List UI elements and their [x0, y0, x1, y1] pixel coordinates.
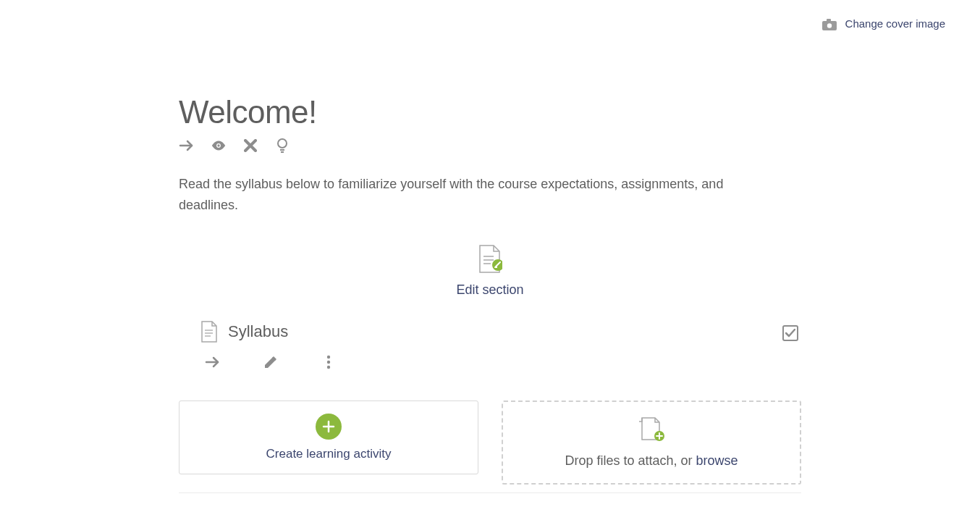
section-toolbar	[179, 138, 801, 154]
activity-title-row[interactable]: Syllabus	[200, 321, 801, 343]
svg-point-21	[327, 365, 330, 368]
activity-item: Syllabus	[179, 321, 801, 370]
lightbulb-icon[interactable]	[274, 138, 290, 154]
file-upload-icon	[638, 416, 665, 445]
browse-link[interactable]: browse	[696, 453, 738, 468]
svg-point-5	[217, 144, 219, 146]
edit-section-button[interactable]: Edit section	[179, 245, 801, 298]
document-edit-icon	[478, 245, 502, 277]
arrow-right-icon[interactable]	[205, 354, 221, 370]
file-drop-zone[interactable]: Drop files to attach, or browse	[502, 401, 801, 485]
svg-point-20	[327, 360, 330, 363]
svg-point-19	[327, 355, 330, 358]
camera-icon	[822, 19, 835, 29]
plus-circle-icon	[316, 414, 342, 440]
divider	[179, 492, 801, 493]
arrow-right-icon[interactable]	[179, 138, 195, 154]
action-cards-row: Create learning activity Drop files to a…	[179, 401, 801, 485]
file-drop-label: Drop files to attach, or browse	[565, 453, 738, 469]
section-description: Read the syllabus below to familiarize y…	[179, 174, 751, 216]
document-icon	[200, 321, 218, 343]
create-activity-card[interactable]: Create learning activity	[179, 401, 478, 474]
create-activity-label: Create learning activity	[266, 447, 392, 461]
page-title: Welcome!	[179, 94, 801, 130]
eye-icon[interactable]	[211, 138, 227, 154]
svg-point-8	[278, 139, 287, 148]
close-x-icon[interactable]	[242, 138, 258, 154]
svg-rect-1	[827, 19, 831, 22]
activity-actions	[200, 354, 801, 370]
completion-checkbox[interactable]	[782, 325, 798, 341]
section-content: Welcome!	[179, 94, 801, 485]
more-vertical-icon[interactable]	[321, 354, 337, 370]
activity-title: Syllabus	[228, 322, 288, 341]
svg-point-2	[827, 23, 831, 28]
edit-section-label: Edit section	[179, 282, 801, 298]
change-cover-button[interactable]: Change cover image	[822, 17, 945, 30]
change-cover-label: Change cover image	[845, 17, 945, 30]
drop-prefix-text: Drop files to attach, or	[565, 453, 696, 468]
pencil-edit-icon[interactable]	[263, 354, 279, 370]
